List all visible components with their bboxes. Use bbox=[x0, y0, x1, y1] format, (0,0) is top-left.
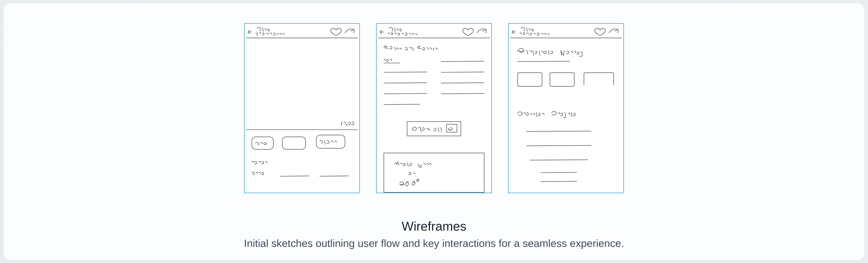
back-arrow-icon bbox=[380, 30, 384, 34]
degree-symbol bbox=[416, 179, 419, 181]
profile-line-4 bbox=[541, 172, 577, 173]
header-major-details-text bbox=[520, 33, 549, 35]
date-box-2 bbox=[550, 73, 574, 86]
section-facts-features bbox=[384, 46, 437, 51]
caption-subtitle: Initial sketches outlining user flow and… bbox=[4, 237, 864, 249]
sketch-1 bbox=[245, 24, 359, 193]
caption-block: Wireframes Initial sketches outlining us… bbox=[4, 219, 864, 249]
share-icon bbox=[609, 29, 618, 33]
svg-line-8 bbox=[441, 93, 484, 94]
chip-plan-label bbox=[320, 140, 336, 144]
svg-line-7 bbox=[441, 83, 484, 83]
sketch-3 bbox=[509, 24, 623, 193]
share-icon bbox=[477, 29, 486, 33]
svg-line-3 bbox=[384, 93, 427, 94]
header-price-text bbox=[389, 27, 401, 31]
label-name bbox=[252, 162, 267, 164]
360-label bbox=[400, 181, 415, 186]
heart-icon bbox=[331, 28, 341, 36]
sketch-2 bbox=[377, 24, 491, 193]
image-counter bbox=[341, 121, 354, 126]
date-box-1 bbox=[518, 73, 542, 86]
header-price-text bbox=[521, 27, 533, 31]
video-tour-block bbox=[384, 153, 484, 193]
show-all-label bbox=[412, 127, 441, 132]
chip-map-label bbox=[255, 142, 267, 145]
video-tour-label bbox=[395, 162, 431, 168]
date-box-3 bbox=[584, 73, 614, 85]
section-provider-profile bbox=[518, 111, 576, 117]
detail-line-1 bbox=[280, 176, 309, 176]
header-price-text bbox=[257, 27, 269, 31]
show-all-count bbox=[448, 128, 452, 130]
detail-line-2 bbox=[320, 176, 349, 176]
section-underline-1 bbox=[518, 61, 569, 61]
chip-2 bbox=[282, 137, 306, 149]
heart-icon bbox=[595, 28, 606, 36]
wireframes-card: Wireframes Initial sketches outlining us… bbox=[4, 3, 864, 260]
heart-icon bbox=[463, 28, 473, 36]
profile-line-3 bbox=[530, 160, 588, 160]
chip-plan bbox=[316, 135, 345, 148]
profile-line-2 bbox=[527, 145, 591, 146]
svg-line-2 bbox=[384, 83, 427, 83]
wireframe-screen-3 bbox=[508, 23, 624, 193]
header-major-details-text bbox=[388, 33, 417, 35]
svg-line-1 bbox=[384, 72, 427, 72]
svg-line-4 bbox=[384, 104, 420, 105]
share-icon bbox=[345, 29, 354, 33]
back-arrow-icon bbox=[248, 30, 252, 34]
profile-line-1 bbox=[527, 131, 591, 132]
small-label bbox=[384, 59, 392, 61]
back-arrow-icon bbox=[512, 30, 516, 34]
or-label bbox=[408, 172, 415, 175]
wireframe-row bbox=[244, 23, 624, 193]
profile-line-5 bbox=[541, 181, 577, 182]
label-price bbox=[252, 172, 264, 175]
wireframe-screen-2 bbox=[376, 23, 492, 193]
svg-line-6 bbox=[441, 72, 484, 72]
svg-line-5 bbox=[441, 61, 484, 61]
header-major-details-text bbox=[256, 33, 284, 35]
wireframe-screen-1 bbox=[244, 23, 360, 193]
caption-title: Wireframes bbox=[4, 219, 864, 234]
section-schedule-viewing bbox=[518, 48, 583, 56]
